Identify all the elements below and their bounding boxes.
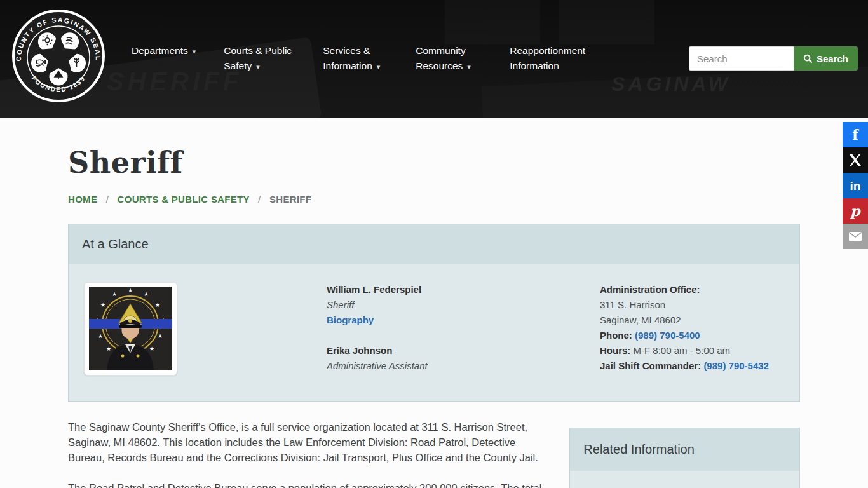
sheriff-photo-column: ★★★ ★★★ ★★★ ★★: [84, 282, 327, 376]
linkedin-icon: in: [850, 180, 861, 192]
at-a-glance-title: At a Glance: [82, 237, 786, 252]
svg-text:★: ★: [128, 287, 133, 294]
search-icon: [803, 54, 813, 64]
body-copy: The Saginaw County Sheriff's Office, is …: [68, 419, 548, 488]
person-title: Sheriff: [327, 297, 600, 313]
person-sheriff: William L. Federspiel Sheriff Biography: [327, 282, 600, 328]
breadcrumb-separator: /: [106, 194, 109, 205]
nav-courts-public-safety[interactable]: Courts & Public Safety: [224, 43, 295, 74]
main-navigation: Departments Courts & Public Safety Servi…: [132, 43, 592, 74]
search-button[interactable]: Search: [794, 46, 858, 71]
page-title: Sheriff: [68, 146, 800, 180]
contact-column: Administration Office: 311 S. Harrison S…: [600, 282, 784, 376]
paragraph: The Saginaw County Sheriff's Office, is …: [68, 419, 548, 465]
hours-value: M-F 8:00 am - 5:00 am: [634, 345, 731, 356]
nav-reapportionment-information[interactable]: Reapportionment Information: [510, 43, 592, 74]
chevron-down-icon: [252, 60, 260, 71]
social-share-rail: f in p: [843, 122, 868, 249]
at-a-glance-header: At a Glance: [69, 224, 799, 264]
breadcrumb: HOME / COURTS & PUBLIC SAFETY / SHERIFF: [68, 194, 800, 205]
linkedin-share-button[interactable]: in: [843, 173, 868, 198]
person-assistant: Erika Johnson Administrative Assistant: [327, 343, 600, 374]
breadcrumb-home[interactable]: HOME: [68, 194, 97, 205]
biography-link[interactable]: Biography: [327, 313, 374, 328]
email-icon: [848, 231, 862, 241]
chevron-down-icon: [463, 60, 471, 71]
svg-text:★: ★: [155, 302, 160, 308]
search-input[interactable]: [689, 46, 794, 71]
svg-text:★: ★: [144, 291, 149, 297]
x-twitter-icon: [849, 154, 862, 166]
paragraph: The Road Patrol and Detective Bureau ser…: [68, 480, 548, 488]
hours-label: Hours:: [600, 345, 630, 356]
pinterest-share-button[interactable]: p: [843, 198, 868, 224]
address-line-1: 311 S. Harrison: [600, 297, 784, 313]
jail-commander-label: Jail Shift Commander:: [600, 360, 701, 371]
svg-text:★: ★: [112, 291, 117, 297]
nav-community-resources[interactable]: Community Resources: [416, 43, 482, 74]
email-share-button[interactable]: [843, 224, 868, 249]
office-label: Administration Office:: [600, 284, 700, 295]
person-title: Administrative Assistant: [327, 358, 600, 374]
x-share-button[interactable]: [843, 147, 868, 173]
breadcrumb-courts-public-safety[interactable]: COURTS & PUBLIC SAFETY: [118, 194, 250, 205]
address-line-2: Saginaw, MI 48602: [600, 313, 784, 328]
related-information-header: Related Information: [570, 428, 799, 471]
svg-text:★: ★: [149, 346, 154, 352]
phone-link[interactable]: (989) 790-5400: [635, 330, 700, 341]
site-header: SHERIFF SAGINAW COUNTY OF SAGINAW SEAL F…: [0, 0, 868, 118]
phone-label: Phone:: [600, 330, 632, 341]
person-name: William L. Federspiel: [327, 282, 600, 297]
breadcrumb-current: SHERIFF: [269, 194, 311, 205]
svg-text:★: ★: [98, 333, 103, 339]
chevron-down-icon: [372, 60, 381, 71]
facebook-share-button[interactable]: f: [843, 122, 868, 147]
chevron-down-icon: [188, 45, 196, 56]
at-a-glance-body: ★★★ ★★★ ★★★ ★★: [69, 264, 799, 401]
pinterest-icon: p: [850, 204, 860, 218]
facebook-icon: f: [852, 128, 858, 142]
person-name: Erika Johnson: [327, 343, 600, 358]
personnel-column: William L. Federspiel Sheriff Biography …: [327, 282, 600, 376]
svg-text:★: ★: [100, 302, 105, 308]
jail-commander-phone-link[interactable]: (989) 790-5432: [703, 360, 769, 371]
nav-departments[interactable]: Departments: [132, 43, 196, 59]
main-content: Sheriff HOME / COURTS & PUBLIC SAFETY / …: [68, 146, 800, 488]
search-form: Search: [689, 46, 858, 71]
county-seal-logo[interactable]: COUNTY OF SAGINAW SEAL FOUNDED 1835: [11, 5, 106, 107]
nav-services-information[interactable]: Services & Information: [323, 43, 388, 74]
svg-text:★: ★: [106, 346, 111, 352]
related-information-title: Related Information: [583, 442, 786, 457]
sheriff-photo: ★★★ ★★★ ★★★ ★★: [84, 282, 177, 376]
related-information-panel: Related Information: [569, 428, 800, 488]
content-row: The Saginaw County Sheriff's Office, is …: [68, 419, 800, 488]
svg-text:★: ★: [158, 333, 163, 339]
at-a-glance-panel: At a Glance ★★★ ★★★ ★★★ ★★: [68, 224, 800, 402]
breadcrumb-separator: /: [258, 194, 261, 205]
related-information-body: [570, 471, 799, 488]
